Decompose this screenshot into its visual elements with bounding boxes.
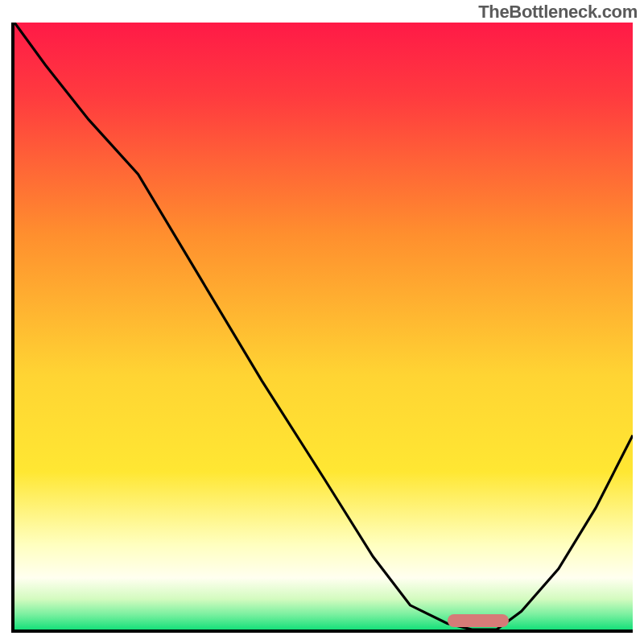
plot-area (14, 23, 633, 630)
chart-axes (11, 23, 633, 633)
optimum-marker (448, 614, 510, 627)
watermark-text: TheBottleneck.com (478, 2, 638, 23)
bottleneck-curve (14, 23, 633, 630)
